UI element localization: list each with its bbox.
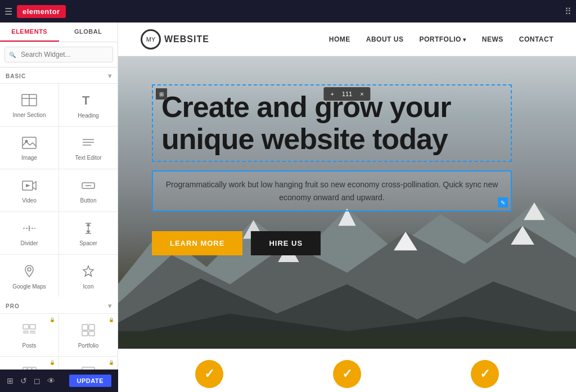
widget-label-button: Button [80, 197, 97, 204]
widget-label-google-maps: Google Maps [12, 283, 46, 290]
hero-heading: Create and grow your unique website toda… [161, 91, 502, 155]
section-label-pro: PRO [6, 303, 20, 309]
feature-item-3: ✓ [471, 360, 499, 388]
widget-portfolio[interactable]: 🔒 Portfolio [59, 314, 118, 356]
video-icon [22, 179, 37, 194]
mockup-nav: MY WEBSITE HOME ABOUT US PORTFOLIO NEWS … [118, 22, 576, 56]
subtitle-edit-icon[interactable]: ✎ [498, 197, 508, 208]
section-close-btn[interactable]: × [358, 89, 366, 98]
widget-label-image: Image [21, 155, 37, 161]
svg-rect-26 [89, 325, 94, 330]
subtitle-selection-box: Programmatically work but low hanging fr… [152, 170, 512, 211]
logo-website: WEBSITE [164, 34, 209, 44]
widget-inner-section[interactable]: Inner Section [0, 84, 58, 126]
button-icon [81, 179, 96, 194]
mockup-nav-links: HOME ABOUT US PORTFOLIO NEWS CONTACT [329, 35, 554, 43]
canvas-area: MY WEBSITE HOME ABOUT US PORTFOLIO NEWS … [118, 22, 576, 392]
learn-more-button[interactable]: LEARN MORE [152, 231, 242, 255]
feature-check-1: ✓ [195, 360, 223, 388]
section-add-btn[interactable]: + [328, 89, 336, 98]
basic-widget-grid: Inner Section T Heading [0, 83, 118, 297]
svg-text:T: T [82, 93, 90, 107]
svg-rect-28 [89, 331, 94, 336]
svg-rect-25 [82, 325, 88, 330]
hero-section: + 111 × [118, 56, 576, 349]
sidebar: ELEMENTS GLOBAL BASIC ▾ [0, 22, 118, 392]
widget-label-divider: Divider [20, 240, 38, 247]
pro-badge-portfolio: 🔒 [109, 317, 114, 322]
pro-badge-gallery: 🔒 [50, 360, 55, 365]
widget-label-portfolio: Portfolio [78, 343, 99, 349]
preview-icon[interactable]: ◻ [34, 376, 40, 385]
feature-check-3: ✓ [471, 360, 499, 388]
tab-elements[interactable]: ELEMENTS [0, 22, 59, 42]
tab-global[interactable]: GLOBAL [59, 22, 118, 42]
google-maps-icon [22, 264, 37, 280]
widget-heading[interactable]: T Heading [59, 84, 118, 126]
search-input[interactable] [4, 47, 113, 62]
search-wrap [4, 47, 113, 62]
nav-link-contact[interactable]: CONTACT [519, 35, 554, 43]
features-row: ✓ ✓ ✓ [118, 349, 576, 392]
mockup-logo: MY WEBSITE [141, 29, 209, 49]
widget-label-spacer: Spacer [79, 240, 97, 247]
svg-rect-27 [82, 331, 88, 336]
nav-link-about[interactable]: ABOUT US [366, 35, 404, 43]
svg-rect-49 [118, 331, 576, 349]
grid-apps-icon[interactable]: ⠿ [565, 6, 572, 17]
icon-icon [81, 264, 96, 280]
section-label-basic: BASIC [6, 73, 26, 79]
divider-icon [22, 222, 37, 237]
section-header-basic: BASIC ▾ [0, 67, 118, 83]
eye-icon[interactable]: 👁 [47, 376, 55, 385]
undo-icon[interactable]: ↺ [20, 376, 27, 385]
section-handle[interactable]: ⊞ [156, 88, 167, 100]
nav-link-home[interactable]: HOME [329, 35, 350, 43]
widget-label-inner-section: Inner Section [13, 112, 46, 119]
website-mockup: MY WEBSITE HOME ABOUT US PORTFOLIO NEWS … [118, 22, 576, 392]
responsive-icon[interactable]: ⊞ [7, 376, 14, 385]
hire-us-button[interactable]: HIRE US [251, 231, 321, 255]
widget-posts[interactable]: 🔒 Posts [0, 314, 58, 356]
widget-image[interactable]: Image [0, 127, 58, 169]
widget-spacer[interactable]: Spacer [59, 212, 118, 254]
sidebar-tabs: ELEMENTS GLOBAL [0, 22, 118, 42]
widget-google-maps[interactable]: Google Maps [0, 255, 58, 297]
svg-marker-10 [26, 184, 30, 187]
heading-icon: T [81, 93, 96, 109]
svg-rect-4 [22, 137, 36, 148]
feature-item-2: ✓ [333, 360, 361, 388]
inner-section-icon [21, 94, 37, 109]
widget-divider[interactable]: Divider [0, 212, 58, 254]
portfolio-icon [81, 323, 96, 339]
main-layout: ELEMENTS GLOBAL BASIC ▾ [0, 22, 576, 392]
svg-point-18 [28, 268, 31, 271]
section-arrow-basic[interactable]: ▾ [108, 72, 112, 80]
svg-rect-19 [23, 325, 29, 329]
section-grid-btn[interactable]: 111 [340, 89, 354, 98]
top-bar-left: ☰ elementor [4, 5, 66, 18]
hamburger-icon[interactable]: ☰ [4, 6, 12, 17]
nav-link-news[interactable]: NEWS [482, 35, 503, 43]
feature-check-2: ✓ [333, 360, 361, 388]
bottom-bar-icons: ⊞ ↺ ◻ 👁 [7, 376, 55, 385]
search-box [0, 42, 118, 67]
widget-video[interactable]: Video [0, 169, 58, 211]
section-header-pro: PRO ▾ [0, 298, 118, 313]
widget-label-video: Video [22, 197, 36, 204]
widget-button[interactable]: Button [59, 169, 118, 211]
widget-text-editor[interactable]: Text Editor [59, 127, 118, 169]
svg-rect-20 [30, 325, 35, 329]
logo-circle: MY [141, 29, 161, 49]
update-button[interactable]: UPDATE [69, 375, 111, 387]
widget-icon[interactable]: Icon [59, 255, 118, 297]
widget-label-posts: Posts [22, 343, 36, 349]
logo-my: MY [146, 36, 156, 43]
feature-item-1: ✓ [195, 360, 223, 388]
posts-icon [22, 323, 37, 339]
widget-label-heading: Heading [78, 112, 98, 119]
spacer-icon [81, 222, 96, 237]
section-arrow-pro[interactable]: ▾ [108, 302, 112, 310]
nav-link-portfolio[interactable]: PORTFOLIO [419, 35, 466, 43]
image-icon [22, 137, 37, 151]
